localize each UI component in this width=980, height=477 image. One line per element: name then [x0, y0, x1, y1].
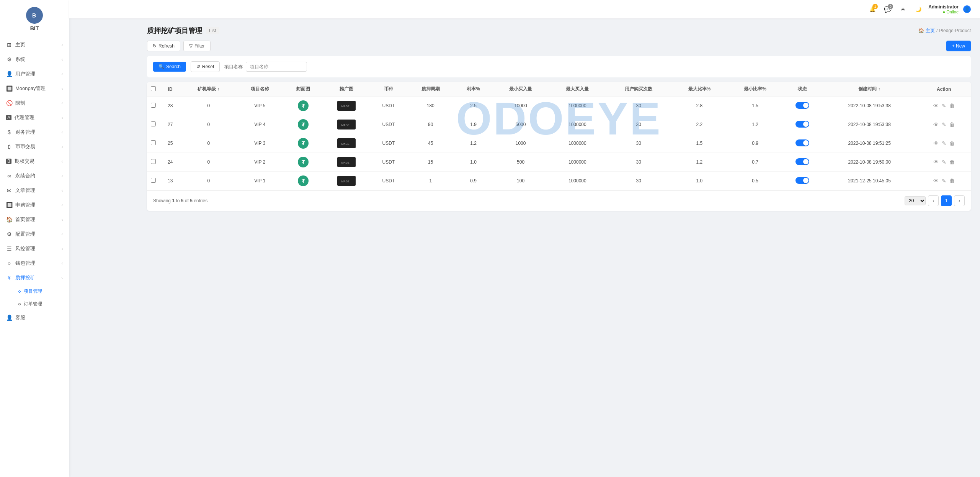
sidebar-item-agents[interactable]: A 代理管理 ‹: [0, 110, 69, 125]
cell-cover: ₮: [284, 115, 322, 134]
delete-icon[interactable]: 🗑: [949, 103, 955, 109]
refresh-button[interactable]: ↻ Refresh: [147, 41, 180, 51]
status-toggle[interactable]: [795, 102, 809, 109]
toggle-track[interactable]: [795, 158, 809, 165]
cell-max-buy: 1000000: [549, 153, 606, 172]
toggle-track[interactable]: [795, 102, 809, 109]
sidebar-item-coin[interactable]: ₿ 币币交易 ‹: [0, 139, 69, 154]
cell-user-times: 30: [606, 97, 671, 115]
sidebar-label-coin: 币币交易: [15, 143, 35, 150]
status-toggle[interactable]: [795, 177, 809, 184]
chevron-icon-17: ‹: [60, 277, 64, 278]
edit-icon[interactable]: ✎: [942, 159, 946, 165]
theme-toggle-dark[interactable]: 🌙: [913, 4, 924, 15]
cell-created: 2022-10-08 19:51:25: [822, 134, 917, 153]
sidebar-item-perpetual[interactable]: ∞ 永续合约 ‹: [0, 169, 69, 183]
sidebar-item-pledge[interactable]: ¥ 质押挖矿 ‹: [0, 270, 69, 285]
message-icon-btn[interactable]: 💬 0: [882, 4, 893, 15]
cell-created: 2022-10-08 19:50:00: [822, 153, 917, 172]
sidebar-item-home[interactable]: ⊞ 主页 ‹: [0, 38, 69, 52]
cell-status: [783, 153, 822, 172]
page-size-select[interactable]: 20 50 100: [905, 196, 926, 205]
purchase-icon: 🔲: [6, 202, 12, 208]
edit-icon[interactable]: ✎: [942, 140, 946, 146]
action-icons: 👁 ✎ 🗑: [920, 159, 968, 165]
sub-item-projects[interactable]: 项目管理: [12, 285, 69, 298]
sidebar-item-system[interactable]: ⚙ 系统 ‹: [0, 52, 69, 67]
search-button[interactable]: 🔍 Search: [153, 62, 186, 72]
toggle-track[interactable]: [795, 139, 809, 146]
cell-level: 0: [181, 172, 236, 190]
header-checkbox-cell: [147, 82, 159, 97]
col-header-max-ratio: 最大比率%: [671, 82, 727, 97]
sidebar-logo: BIT: [26, 0, 43, 34]
reset-button[interactable]: ↺ Reset: [191, 61, 220, 72]
cell-created: 2022-10-08 19:53:38: [822, 97, 917, 115]
sidebar-item-limits[interactable]: 🚫 限制 ‹: [0, 96, 69, 110]
sub-item-orders[interactable]: 订单管理: [12, 298, 69, 310]
toggle-track[interactable]: [795, 177, 809, 184]
action-icons: 👁 ✎ 🗑: [920, 178, 968, 184]
col-header-created[interactable]: 创建时间 ↑: [822, 82, 917, 97]
breadcrumb-home-link[interactable]: 主页: [926, 28, 935, 34]
sidebar-item-content[interactable]: ✉ 文章管理 ‹: [0, 183, 69, 198]
delete-icon[interactable]: 🗑: [949, 159, 955, 165]
cell-created: 2022-10-08 19:53:38: [822, 115, 917, 134]
select-all-checkbox[interactable]: [151, 86, 156, 91]
cell-period: 180: [407, 97, 454, 115]
sidebar: BIT ⊞ 主页 ‹ ⚙ 系统 ‹ 👤 用户管理 ‹ 🔲: [0, 0, 69, 477]
new-button[interactable]: + New: [946, 41, 971, 51]
row-checkbox[interactable]: [151, 121, 156, 126]
notification-bell[interactable]: 🔔 1: [867, 4, 878, 15]
sidebar-item-moonpay[interactable]: 🔲 Moonpay管理 ‹: [0, 81, 69, 96]
delete-icon[interactable]: 🗑: [949, 178, 955, 184]
sidebar-item-homepage[interactable]: 🏠 首页管理 ‹: [0, 212, 69, 227]
view-icon[interactable]: 👁: [933, 140, 939, 146]
view-icon[interactable]: 👁: [933, 159, 939, 165]
sidebar-item-support[interactable]: 👤 客服: [0, 310, 69, 325]
edit-icon[interactable]: ✎: [942, 121, 946, 128]
cell-min-ratio: 1.5: [727, 97, 783, 115]
row-checkbox[interactable]: [151, 159, 156, 164]
row-checkbox[interactable]: [151, 103, 156, 108]
delete-icon[interactable]: 🗑: [949, 140, 955, 146]
page-header: 质押挖矿项目管理 List 🏠 主页 / Pledge-Product: [147, 26, 971, 35]
status-toggle[interactable]: [795, 139, 809, 146]
delete-icon[interactable]: 🗑: [949, 121, 955, 128]
sidebar-item-purchase[interactable]: 🔲 申购管理 ‹: [0, 198, 69, 212]
view-icon[interactable]: 👁: [933, 121, 939, 128]
sidebar-item-finance[interactable]: $ 财务管理 ‹: [0, 125, 69, 139]
sidebar-label-users: 用户管理: [15, 70, 35, 77]
sidebar-item-users[interactable]: 👤 用户管理 ‹: [0, 67, 69, 81]
view-icon[interactable]: 👁: [933, 103, 939, 109]
edit-icon[interactable]: ✎: [942, 103, 946, 109]
page-1-btn[interactable]: 1: [941, 195, 952, 206]
cell-status: [783, 172, 822, 190]
status-toggle[interactable]: [795, 121, 809, 128]
filter-button[interactable]: ▽ Filter: [183, 41, 211, 51]
edit-icon[interactable]: ✎: [942, 178, 946, 184]
sidebar-label-futures: 期权交易: [15, 158, 34, 165]
view-icon[interactable]: 👁: [933, 178, 939, 184]
theme-toggle-light[interactable]: ☀: [898, 4, 908, 15]
sidebar-item-futures[interactable]: B 期权交易 ‹: [0, 154, 69, 169]
col-header-promo: 推广图: [323, 82, 371, 97]
search-input[interactable]: [246, 62, 307, 72]
sidebar-item-config[interactable]: ⚙ 配置管理 ‹: [0, 227, 69, 241]
chevron-icon-7: ‹: [62, 130, 63, 134]
avatar[interactable]: 👤: [963, 5, 971, 13]
cell-max-ratio: 1.2: [671, 153, 727, 172]
row-checkbox[interactable]: [151, 140, 156, 145]
table-row: 28 0 VIP 5 ₮ IMAGE USDT 180 2.5 10000 10…: [147, 97, 971, 115]
cell-min-buy: 500: [492, 153, 549, 172]
prev-page-btn[interactable]: ‹: [928, 195, 939, 206]
sidebar-item-wallet[interactable]: ○ 钱包管理 ‹: [0, 256, 69, 270]
toggle-track[interactable]: [795, 121, 809, 128]
sidebar-item-risk[interactable]: ☰ 风控管理 ‹: [0, 241, 69, 256]
col-header-level[interactable]: 矿机等级 ↑: [181, 82, 236, 97]
search-bar: 🔍 Search ↺ Reset 项目名称: [147, 56, 971, 77]
next-page-btn[interactable]: ›: [954, 195, 965, 206]
status-toggle[interactable]: [795, 158, 809, 165]
row-checkbox[interactable]: [151, 178, 156, 183]
chevron-icon-8: ‹: [62, 145, 63, 149]
